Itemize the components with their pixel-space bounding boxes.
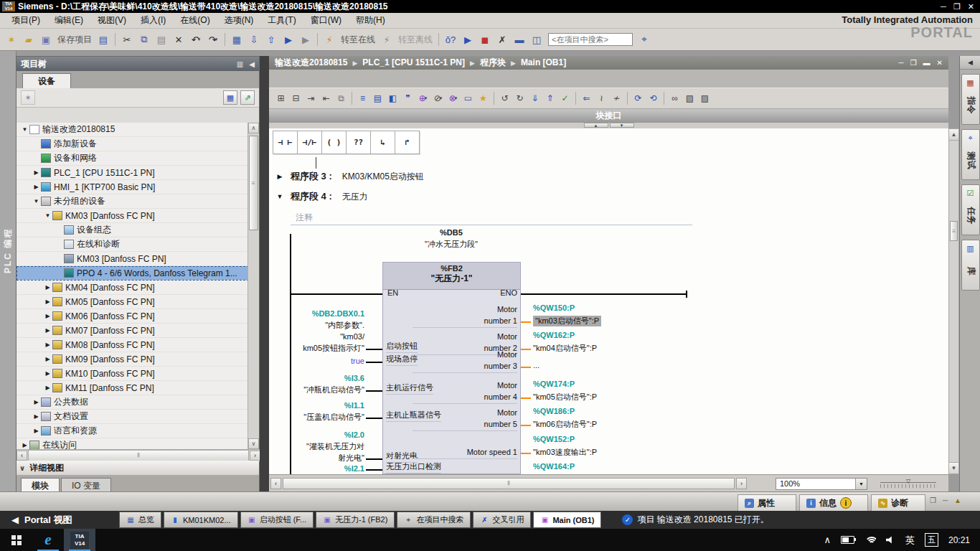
- task-button-交叉引用[interactable]: ✗交叉引用: [473, 512, 531, 528]
- network-comment-icon[interactable]: ❞: [401, 92, 415, 105]
- output-operand-address[interactable]: %QW186:P: [533, 407, 575, 415]
- battery-icon[interactable]: [841, 536, 854, 544]
- online-diagnostics-icon[interactable]: ŏ?: [443, 32, 458, 47]
- compile-block-icon[interactable]: ✓: [558, 92, 572, 105]
- menu-item-h[interactable]: 帮助(H): [349, 13, 392, 28]
- tree-item-7[interactable]: 设备组态: [17, 223, 249, 237]
- scroll-down-icon[interactable]: ∨: [248, 438, 259, 449]
- tree-expander-icon[interactable]: ▼: [21, 126, 29, 133]
- instance-db-address[interactable]: %DB5: [372, 228, 530, 237]
- tree-expander-icon[interactable]: ▶: [21, 442, 29, 448]
- download-to-device-icon[interactable]: ⇩: [246, 32, 262, 47]
- task-button-在项目中搜索[interactable]: ⌖在项目中搜索: [397, 512, 471, 528]
- editor-scroll-down-icon[interactable]: ▼: [949, 462, 958, 474]
- menu-item-w[interactable]: 窗口(W): [303, 13, 349, 28]
- tree-item-3[interactable]: ▶PLC_1 [CPU 1511C-1 PN]: [17, 166, 249, 180]
- monitor-toggle-icon[interactable]: ⟳: [631, 92, 645, 105]
- task-button-总览[interactable]: ▦总览: [119, 512, 161, 528]
- close-branch-icon[interactable]: ⇤: [319, 92, 333, 105]
- tree-item-6[interactable]: ▼KM03 [Danfoss FC PN]: [17, 209, 249, 223]
- tree-item-22[interactable]: ▶在线访问: [17, 438, 249, 449]
- close-button[interactable]: ✕: [968, 2, 974, 11]
- go-online-icon[interactable]: ⚡: [321, 32, 337, 47]
- coil-button[interactable]: ( ): [321, 131, 347, 154]
- input-operand-0[interactable]: %DB2.DBX0.1"内部参数"."km03/km05按钮指示灯": [269, 308, 364, 354]
- compile-icon[interactable]: ▦: [229, 32, 245, 47]
- inspector-tab-诊断[interactable]: ∿诊断: [871, 494, 925, 511]
- undo-jump-icon[interactable]: ↺: [498, 92, 512, 105]
- tree-item-20[interactable]: ▶文档设置: [17, 410, 249, 424]
- tree-expander-icon[interactable]: ▶: [44, 385, 52, 391]
- output-operand-name[interactable]: "km03启动信号":P: [533, 316, 601, 326]
- inspector-restore-icon[interactable]: ❐: [930, 496, 936, 504]
- ime-icon[interactable]: 五: [925, 533, 938, 547]
- output-operand-name[interactable]: "km04启动信号":P: [533, 343, 597, 354]
- speaker-icon[interactable]: [886, 536, 895, 544]
- network-3-header[interactable]: ▶ 程序段 3 : KM03/KM05启动按钮: [269, 168, 948, 185]
- snapshot-icon[interactable]: ▧: [683, 92, 697, 105]
- split-horizontal-icon[interactable]: ▬: [512, 32, 527, 47]
- tree-item-17[interactable]: ▶KM10 [Danfoss FC PN]: [17, 367, 249, 381]
- tree-columns-icon[interactable]: ▥: [237, 60, 243, 68]
- editor-minimize-icon[interactable]: ─: [899, 59, 904, 67]
- inspector-expand-icon[interactable]: ▲: [954, 496, 961, 504]
- output-operand-name[interactable]: ...: [533, 361, 540, 369]
- tree-item-11[interactable]: ▶KM04 [Danfoss FC PN]: [17, 281, 249, 295]
- show-operand-icon[interactable]: ◧: [386, 92, 400, 105]
- tree-item-0[interactable]: ▼输送改造20180815: [17, 123, 249, 137]
- upload-block-icon[interactable]: ⇑: [543, 92, 557, 105]
- output-pin-3[interactable]: Motornumber 4: [413, 380, 517, 404]
- menu-item-i[interactable]: 插入(I): [133, 13, 173, 28]
- input-operand-1[interactable]: true: [269, 355, 364, 367]
- paste-icon[interactable]: ▤: [154, 32, 169, 47]
- insert-network-icon[interactable]: ⊞: [274, 92, 288, 105]
- empty-box-button[interactable]: ??: [346, 131, 371, 154]
- tree-hscroll-thumb[interactable]: ⦀: [28, 450, 249, 461]
- dropdown-arrow-icon[interactable]: ▾: [440, 95, 443, 101]
- output-pin-2[interactable]: Motornumber 3: [413, 349, 517, 373]
- output-operand-address[interactable]: %QW152:P: [533, 435, 575, 443]
- close-branch-button[interactable]: ↱: [395, 131, 420, 154]
- open-project-icon[interactable]: ▰: [21, 32, 37, 47]
- zoom-slider-handle[interactable]: ▽: [906, 478, 910, 484]
- editor-hscroll-thumb[interactable]: ⦀: [283, 478, 735, 489]
- tree-item-5[interactable]: ▼未分组的设备: [17, 194, 249, 209]
- en-pin[interactable]: EN: [387, 288, 398, 297]
- tree-item-1[interactable]: 添加新设备: [17, 137, 249, 151]
- tree-expander-icon[interactable]: ▼: [44, 212, 52, 219]
- tree-item-4[interactable]: ▶HMI_1 [KTP700 Basic PN]: [17, 180, 249, 194]
- tree-expander-icon[interactable]: ▶: [44, 327, 52, 334]
- restore-button[interactable]: ❐: [953, 2, 961, 11]
- tree-expander-icon[interactable]: ▶: [32, 399, 40, 405]
- eno-pin[interactable]: ENO: [484, 288, 517, 297]
- glasses-icon[interactable]: ∞: [668, 92, 682, 105]
- dropdown-arrow-icon[interactable]: ▾: [198, 37, 201, 42]
- scroll-left-icon[interactable]: ‹: [17, 451, 27, 461]
- splitter-down-icon[interactable]: ▼: [610, 123, 634, 128]
- new-project-icon[interactable]: ✶: [4, 32, 19, 47]
- editor-scroll-up-icon[interactable]: ▲: [949, 129, 958, 141]
- tia-taskbar-button[interactable]: TIAV14: [64, 529, 95, 551]
- add-device-toolbar-icon[interactable]: ✶: [21, 90, 35, 105]
- operand-info-icon[interactable]: ⊘▾: [431, 92, 445, 105]
- panel-divider[interactable]: [260, 56, 269, 491]
- tray-chevron-icon[interactable]: ∧: [824, 534, 831, 545]
- tree-expander-icon[interactable]: ▶: [32, 184, 40, 190]
- scroll-right-icon[interactable]: ›: [250, 451, 260, 461]
- inspector-tab-信息[interactable]: i信息i: [799, 494, 868, 511]
- block-interface-bar[interactable]: 块接口: [269, 109, 948, 123]
- breadcrumb-item-2[interactable]: 程序块: [480, 57, 506, 67]
- rail-tab-测试[interactable]: ⌖测试: [961, 129, 980, 180]
- stop-cpu-icon[interactable]: ▶: [298, 32, 314, 47]
- status-on-icon[interactable]: ≀: [595, 92, 608, 105]
- redo-jump-icon[interactable]: ↻: [513, 92, 527, 105]
- menu-item-o[interactable]: 在线(O): [173, 13, 217, 28]
- project-search-input[interactable]: [548, 33, 633, 46]
- breadcrumb-item-3[interactable]: Main [OB1]: [521, 57, 566, 67]
- interface-splitter[interactable]: ▲ ▼: [269, 123, 948, 128]
- chevron-down-icon[interactable]: ∨: [19, 464, 25, 472]
- output-pin-4[interactable]: Motornumber 5: [413, 407, 517, 431]
- tree-item-16[interactable]: ▶KM09 [Danfoss FC PN]: [17, 352, 249, 367]
- tree-item-2[interactable]: 设备和网络: [17, 151, 249, 166]
- search-project-icon[interactable]: ⌖: [636, 32, 652, 47]
